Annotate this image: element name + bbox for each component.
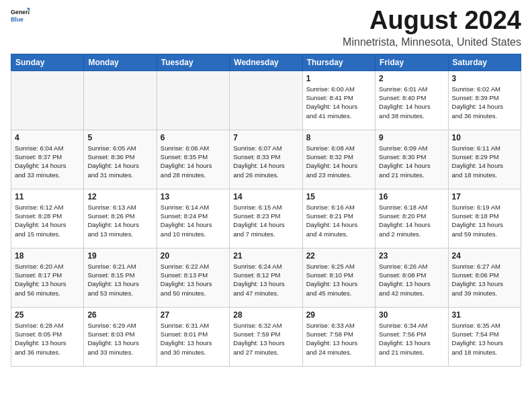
day-number: 22 (306, 251, 371, 261)
day-number: 14 (233, 192, 298, 201)
day-info: Sunrise: 6:22 AM Sunset: 8:13 PM Dayligh… (161, 262, 226, 298)
day-info: Sunrise: 6:05 AM Sunset: 8:36 PM Dayligh… (87, 144, 152, 179)
day-info: Sunrise: 6:08 AM Sunset: 8:32 PM Dayligh… (306, 144, 371, 179)
page: General Blue General Blue August 2024 Mi… (0, 0, 532, 377)
calendar-day: 19Sunrise: 6:21 AM Sunset: 8:15 PM Dayli… (84, 248, 157, 307)
calendar-subtitle: Minnetrista, Minnesota, United States (343, 36, 521, 48)
title-block: August 2024 Minnetrista, Minnesota, Unit… (343, 7, 521, 48)
day-number: 24 (452, 251, 517, 261)
day-info: Sunrise: 6:04 AM Sunset: 8:37 PM Dayligh… (15, 144, 80, 179)
calendar-day: 14Sunrise: 6:15 AM Sunset: 8:23 PM Dayli… (230, 189, 302, 248)
calendar-day: 5Sunrise: 6:05 AM Sunset: 8:36 PM Daylig… (84, 130, 157, 189)
day-header-wednesday: Wednesday (230, 54, 302, 71)
day-info: Sunrise: 6:16 AM Sunset: 8:21 PM Dayligh… (306, 203, 371, 238)
calendar-day (11, 71, 84, 130)
calendar-day: 3Sunrise: 6:02 AM Sunset: 8:39 PM Daylig… (448, 71, 521, 130)
day-number: 20 (161, 251, 226, 261)
calendar-day: 27Sunrise: 6:31 AM Sunset: 8:01 PM Dayli… (157, 307, 229, 366)
calendar-day: 11Sunrise: 6:12 AM Sunset: 8:28 PM Dayli… (11, 189, 84, 248)
calendar-week-2: 4Sunrise: 6:04 AM Sunset: 8:37 PM Daylig… (11, 130, 521, 189)
day-number: 25 (15, 310, 80, 320)
day-info: Sunrise: 6:12 AM Sunset: 8:28 PM Dayligh… (15, 203, 80, 238)
day-number: 6 (161, 133, 226, 142)
day-number: 1 (306, 74, 371, 83)
day-header-tuesday: Tuesday (157, 54, 229, 71)
day-header-thursday: Thursday (302, 54, 375, 71)
day-number: 29 (306, 310, 371, 320)
day-info: Sunrise: 6:27 AM Sunset: 8:06 PM Dayligh… (452, 262, 517, 298)
day-number: 18 (15, 251, 80, 261)
day-info: Sunrise: 6:28 AM Sunset: 8:05 PM Dayligh… (15, 321, 80, 357)
day-number: 27 (161, 310, 226, 320)
day-info: Sunrise: 6:34 AM Sunset: 7:56 PM Dayligh… (379, 321, 444, 357)
calendar-day: 21Sunrise: 6:24 AM Sunset: 8:12 PM Dayli… (230, 248, 302, 307)
day-number: 15 (306, 192, 371, 201)
calendar-day (157, 71, 229, 130)
day-info: Sunrise: 6:24 AM Sunset: 8:12 PM Dayligh… (233, 262, 298, 298)
calendar-day: 23Sunrise: 6:26 AM Sunset: 8:08 PM Dayli… (375, 248, 448, 307)
day-number: 19 (87, 251, 152, 261)
logo: General Blue General Blue (11, 7, 30, 26)
svg-text:General: General (11, 9, 30, 15)
day-info: Sunrise: 6:01 AM Sunset: 8:40 PM Dayligh… (379, 85, 444, 120)
day-info: Sunrise: 6:07 AM Sunset: 8:33 PM Dayligh… (233, 144, 298, 179)
day-info: Sunrise: 6:13 AM Sunset: 8:26 PM Dayligh… (87, 203, 152, 238)
calendar-day: 22Sunrise: 6:25 AM Sunset: 8:10 PM Dayli… (302, 248, 375, 307)
day-number: 16 (379, 192, 444, 201)
calendar-day: 24Sunrise: 6:27 AM Sunset: 8:06 PM Dayli… (448, 248, 521, 307)
header: General Blue General Blue August 2024 Mi… (11, 7, 521, 48)
day-number: 8 (306, 133, 371, 142)
calendar-day: 2Sunrise: 6:01 AM Sunset: 8:40 PM Daylig… (375, 71, 448, 130)
day-number: 30 (379, 310, 444, 320)
calendar-week-5: 25Sunrise: 6:28 AM Sunset: 8:05 PM Dayli… (11, 307, 521, 366)
day-number: 31 (452, 310, 517, 320)
day-info: Sunrise: 6:14 AM Sunset: 8:24 PM Dayligh… (161, 203, 226, 238)
day-info: Sunrise: 6:09 AM Sunset: 8:30 PM Dayligh… (379, 144, 444, 179)
day-info: Sunrise: 6:20 AM Sunset: 8:17 PM Dayligh… (15, 262, 80, 298)
calendar-day: 8Sunrise: 6:08 AM Sunset: 8:32 PM Daylig… (302, 130, 375, 189)
calendar-day: 30Sunrise: 6:34 AM Sunset: 7:56 PM Dayli… (375, 307, 448, 366)
day-header-saturday: Saturday (448, 54, 521, 71)
day-info: Sunrise: 6:00 AM Sunset: 8:41 PM Dayligh… (306, 85, 371, 120)
day-number: 7 (233, 133, 298, 142)
day-number: 28 (233, 310, 298, 320)
calendar-day: 9Sunrise: 6:09 AM Sunset: 8:30 PM Daylig… (375, 130, 448, 189)
calendar-header-row: SundayMondayTuesdayWednesdayThursdayFrid… (11, 54, 521, 71)
calendar-day: 15Sunrise: 6:16 AM Sunset: 8:21 PM Dayli… (302, 189, 375, 248)
calendar-day: 25Sunrise: 6:28 AM Sunset: 8:05 PM Dayli… (11, 307, 84, 366)
calendar-day (84, 71, 157, 130)
day-info: Sunrise: 6:21 AM Sunset: 8:15 PM Dayligh… (87, 262, 152, 298)
calendar-week-4: 18Sunrise: 6:20 AM Sunset: 8:17 PM Dayli… (11, 248, 521, 307)
calendar-day: 31Sunrise: 6:35 AM Sunset: 7:54 PM Dayli… (448, 307, 521, 366)
calendar-day: 4Sunrise: 6:04 AM Sunset: 8:37 PM Daylig… (11, 130, 84, 189)
day-number: 26 (87, 310, 152, 320)
day-info: Sunrise: 6:19 AM Sunset: 8:18 PM Dayligh… (452, 203, 517, 238)
day-info: Sunrise: 6:32 AM Sunset: 7:59 PM Dayligh… (233, 321, 298, 357)
day-header-monday: Monday (84, 54, 157, 71)
day-number: 5 (87, 133, 152, 142)
day-info: Sunrise: 6:25 AM Sunset: 8:10 PM Dayligh… (306, 262, 371, 298)
day-number: 2 (379, 74, 444, 83)
day-header-sunday: Sunday (11, 54, 84, 71)
day-number: 3 (452, 74, 517, 83)
day-number: 11 (15, 192, 80, 201)
calendar-day (230, 71, 302, 130)
calendar-week-3: 11Sunrise: 6:12 AM Sunset: 8:28 PM Dayli… (11, 189, 521, 248)
calendar-day: 29Sunrise: 6:33 AM Sunset: 7:58 PM Dayli… (302, 307, 375, 366)
calendar-day: 13Sunrise: 6:14 AM Sunset: 8:24 PM Dayli… (157, 189, 229, 248)
day-info: Sunrise: 6:35 AM Sunset: 7:54 PM Dayligh… (452, 321, 517, 357)
calendar-day: 16Sunrise: 6:18 AM Sunset: 8:20 PM Dayli… (375, 189, 448, 248)
day-header-friday: Friday (375, 54, 448, 71)
day-number: 13 (161, 192, 226, 201)
day-number: 4 (15, 133, 80, 142)
calendar-day: 28Sunrise: 6:32 AM Sunset: 7:59 PM Dayli… (230, 307, 302, 366)
day-info: Sunrise: 6:11 AM Sunset: 8:29 PM Dayligh… (452, 144, 517, 179)
day-number: 10 (452, 133, 517, 142)
day-info: Sunrise: 6:15 AM Sunset: 8:23 PM Dayligh… (233, 203, 298, 238)
calendar-title: August 2024 (343, 7, 521, 35)
calendar-day: 26Sunrise: 6:29 AM Sunset: 8:03 PM Dayli… (84, 307, 157, 366)
calendar-day: 12Sunrise: 6:13 AM Sunset: 8:26 PM Dayli… (84, 189, 157, 248)
calendar-day: 20Sunrise: 6:22 AM Sunset: 8:13 PM Dayli… (157, 248, 229, 307)
svg-text:Blue: Blue (11, 16, 24, 23)
day-info: Sunrise: 6:18 AM Sunset: 8:20 PM Dayligh… (379, 203, 444, 238)
